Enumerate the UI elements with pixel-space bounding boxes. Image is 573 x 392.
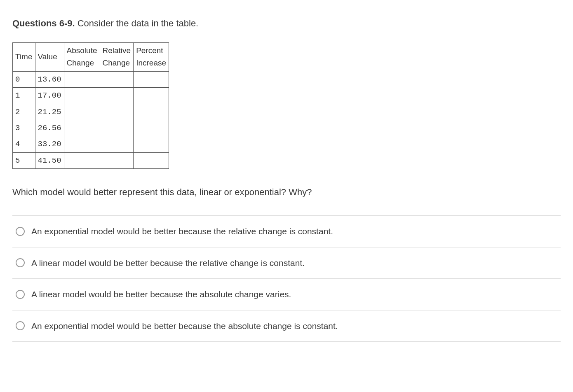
table-row: 541.50: [13, 152, 169, 168]
question-text: Which model would better represent this …: [12, 185, 561, 199]
intro-text: Consider the data in the table.: [75, 18, 199, 28]
cell-time: 1: [13, 88, 35, 104]
cell-value: 33.20: [35, 136, 64, 152]
cell-time: 2: [13, 104, 35, 120]
table-row: 013.60: [13, 71, 169, 87]
header-relative: RelativeChange: [100, 43, 134, 72]
options-list: An exponential model would be better bec…: [12, 215, 561, 342]
cell-value: 41.50: [35, 152, 64, 168]
data-table: Time Value AbsoluteChange RelativeChange…: [12, 42, 169, 169]
option-row[interactable]: An exponential model would be better bec…: [12, 310, 561, 342]
cell-time: 0: [13, 71, 35, 87]
cell-relative: [100, 88, 134, 104]
option-label: A linear model would be better because t…: [31, 257, 305, 270]
cell-absolute: [64, 104, 100, 120]
cell-relative: [100, 152, 134, 168]
cell-absolute: [64, 71, 100, 87]
header-value: Value: [35, 43, 64, 72]
header-percent: PercentIncrease: [134, 43, 169, 72]
radio-button[interactable]: [16, 321, 25, 330]
cell-value: 17.00: [35, 88, 64, 104]
table-header-row: Time Value AbsoluteChange RelativeChange…: [13, 43, 169, 72]
table-row: 221.25: [13, 104, 169, 120]
table-row: 117.00: [13, 88, 169, 104]
cell-absolute: [64, 152, 100, 168]
cell-absolute: [64, 120, 100, 136]
header-absolute: AbsoluteChange: [64, 43, 100, 72]
cell-percent: [134, 152, 169, 168]
cell-relative: [100, 120, 134, 136]
question-range: Questions 6-9.: [12, 18, 75, 28]
cell-relative: [100, 71, 134, 87]
cell-relative: [100, 104, 134, 120]
cell-value: 26.56: [35, 120, 64, 136]
radio-button[interactable]: [16, 227, 25, 236]
table-row: 326.56: [13, 120, 169, 136]
cell-time: 3: [13, 120, 35, 136]
cell-percent: [134, 104, 169, 120]
option-label: An exponential model would be better bec…: [31, 320, 338, 333]
cell-percent: [134, 120, 169, 136]
cell-absolute: [64, 136, 100, 152]
question-intro: Questions 6-9. Consider the data in the …: [12, 16, 561, 30]
cell-absolute: [64, 88, 100, 104]
cell-value: 21.25: [35, 104, 64, 120]
radio-button[interactable]: [16, 258, 25, 267]
option-row[interactable]: An exponential model would be better bec…: [12, 216, 561, 247]
table-row: 433.20: [13, 136, 169, 152]
cell-time: 4: [13, 136, 35, 152]
option-row[interactable]: A linear model would be better because t…: [12, 247, 561, 279]
cell-time: 5: [13, 152, 35, 168]
cell-percent: [134, 136, 169, 152]
cell-value: 13.60: [35, 71, 64, 87]
radio-button[interactable]: [16, 290, 25, 299]
option-label: A linear model would be better because t…: [31, 288, 291, 301]
cell-percent: [134, 88, 169, 104]
header-time: Time: [13, 43, 35, 72]
cell-percent: [134, 71, 169, 87]
option-row[interactable]: A linear model would be better because t…: [12, 279, 561, 310]
cell-relative: [100, 136, 134, 152]
option-label: An exponential model would be better bec…: [31, 225, 333, 238]
